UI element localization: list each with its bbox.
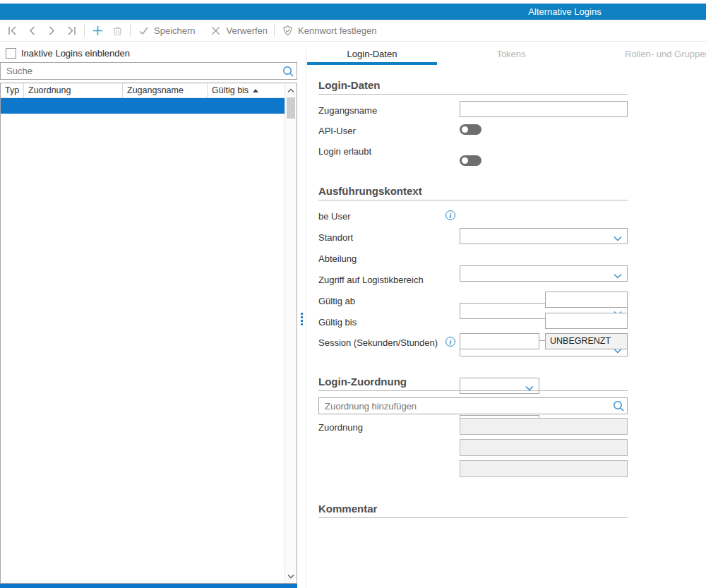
column-header-zuordnung[interactable]: Zuordnung — [24, 83, 123, 97]
gueltig-bis-field — [545, 313, 628, 329]
be-user-info-icon[interactable]: i — [445, 210, 455, 220]
chevron-down-icon — [614, 270, 622, 281]
sort-ascending-icon — [253, 89, 258, 92]
scroll-up-icon[interactable] — [285, 85, 297, 96]
api-user-toggle[interactable] — [460, 124, 481, 135]
save-button-label: Speichern — [154, 25, 196, 36]
be-user-select[interactable] — [460, 228, 628, 244]
save-button[interactable]: Speichern — [137, 24, 196, 37]
session-info-icon[interactable]: i — [445, 337, 455, 347]
add-button[interactable] — [91, 24, 104, 37]
session-label: Session (Sekunden/Stunden) — [318, 337, 438, 348]
tab-login-daten[interactable]: Login-Daten — [307, 47, 437, 62]
nav-first-button[interactable] — [6, 24, 18, 37]
show-inactive-checkbox-row: Inaktive Logins einblenden — [6, 48, 130, 59]
section-rule — [318, 94, 628, 95]
login-search-input[interactable] — [1, 63, 280, 79]
zuordnung-field-1 — [460, 418, 628, 435]
window-titlebar: Alternative Logins — [0, 4, 706, 20]
standort-select[interactable] — [460, 265, 628, 282]
session-field — [460, 333, 539, 349]
standort-label: Standort — [318, 232, 353, 243]
be-user-label: be User — [318, 211, 351, 222]
column-header-zugangsname[interactable]: Zugangsname — [123, 83, 208, 97]
section-heading-login-daten: Login-Daten — [318, 79, 628, 91]
section-rule — [318, 517, 628, 518]
alternative-logins-window: Alternative Logins Speic — [0, 0, 706, 588]
table-scrollbar[interactable] — [285, 83, 297, 583]
zuordnung-search-box — [318, 397, 628, 414]
zugangsname-label: Zugangsname — [318, 105, 377, 116]
table-row[interactable] — [1, 98, 285, 114]
login-erlaubt-toggle[interactable] — [460, 155, 481, 166]
login-form: Login-Daten Zugangsname API-User Login e… — [318, 66, 628, 245]
gueltig-ab-label: Gültig ab — [318, 296, 355, 306]
session-input[interactable] — [460, 334, 539, 349]
api-user-label: API-User — [318, 126, 356, 136]
zuordnung-label: Zuordnung — [318, 422, 363, 433]
logins-table-header: Typ Zuordnung Zugangsname Gültig bis — [1, 83, 285, 98]
discard-button[interactable]: Verwerfen — [210, 24, 268, 37]
zugangsname-input[interactable] — [460, 102, 627, 116]
shield-check-icon — [281, 24, 294, 37]
column-header-typ[interactable]: Typ — [1, 83, 24, 97]
search-icon[interactable] — [610, 400, 627, 412]
zugangsname-field — [460, 101, 628, 117]
active-tab-indicator — [307, 62, 437, 65]
panel-splitter[interactable] — [299, 42, 305, 588]
section-heading-kommentar: Kommentar — [318, 503, 628, 515]
tabstrip: Login-Daten Tokens Rollen- und Gruppenzu… — [306, 47, 706, 66]
zuordnung-field-3 — [460, 460, 628, 477]
scrollbar-thumb[interactable] — [287, 97, 295, 119]
section-heading-ausfuehrungskontext: Ausführungskontext — [318, 185, 628, 197]
gueltig-ab-input[interactable] — [546, 292, 627, 307]
login-search-box — [0, 62, 297, 80]
section-rule — [318, 390, 628, 391]
logins-table: Typ Zuordnung Zugangsname Gültig bis — [0, 83, 297, 584]
tab-rollen-gruppen[interactable]: Rollen- und Gruppenzuordn... — [625, 47, 706, 62]
gueltig-ab-field — [545, 292, 628, 308]
set-password-button-label: Kennwort festlegen — [298, 25, 376, 36]
set-password-button[interactable]: Kennwort festlegen — [281, 24, 376, 37]
tab-tokens[interactable]: Tokens — [472, 47, 550, 62]
zuordnung-field-2 — [460, 439, 628, 456]
login-erlaubt-label: Login erlaubt — [318, 146, 371, 157]
show-inactive-checkbox[interactable] — [6, 48, 16, 59]
discard-button-label: Verwerfen — [227, 25, 268, 36]
page-title: Alternative Logins — [528, 4, 601, 20]
toolbar: Speichern Verwerfen Kennwort festlegen — [0, 20, 706, 42]
column-header-gueltig-bis-label: Gültig bis — [212, 83, 249, 97]
nav-last-button[interactable] — [65, 24, 78, 37]
scroll-down-icon[interactable] — [285, 570, 297, 582]
column-header-gueltig-bis[interactable]: Gültig bis — [208, 83, 285, 97]
zuordnung-search-input[interactable] — [319, 398, 610, 414]
delete-button[interactable] — [111, 24, 124, 37]
abteilung-label: Abteilung — [318, 253, 357, 264]
chevron-down-icon — [614, 233, 622, 244]
splitter-grip-icon — [301, 313, 303, 325]
search-icon[interactable] — [280, 65, 297, 78]
zugriff-logistikbereich-label: Zugriff auf Logistikbereich — [318, 275, 424, 285]
detail-panel: Login-Daten Tokens Rollen- und Gruppenzu… — [306, 47, 706, 588]
x-icon — [210, 24, 222, 37]
show-inactive-label: Inaktive Logins einblenden — [21, 48, 130, 59]
gueltig-bis-label: Gültig bis — [318, 317, 357, 328]
nav-previous-button[interactable] — [25, 24, 38, 37]
section-rule — [318, 200, 628, 200]
session-mode-field: UNBEGRENZT — [545, 333, 628, 349]
selection-strip — [0, 584, 297, 588]
check-icon — [137, 24, 150, 37]
gueltig-bis-input[interactable] — [546, 313, 627, 328]
nav-next-button[interactable] — [45, 24, 58, 37]
section-heading-login-zuordnung: Login-Zuordnung — [318, 376, 628, 388]
